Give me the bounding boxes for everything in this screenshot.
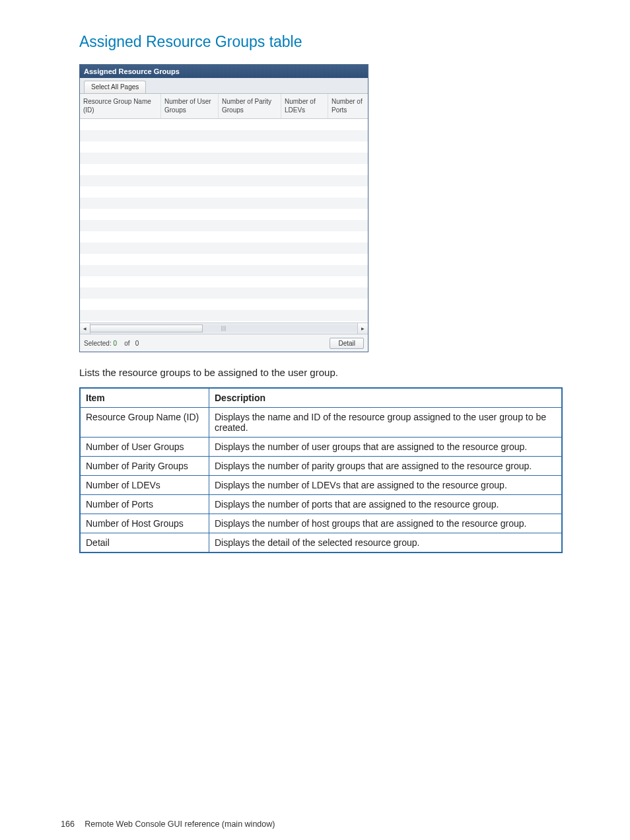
- table-row: [80, 130, 368, 141]
- column-headers: Resource Group Name (ID) Number of User …: [80, 94, 368, 119]
- scroll-thumb[interactable]: [90, 325, 203, 332]
- select-all-pages-button[interactable]: Select All Pages: [84, 81, 146, 93]
- table-row: [80, 231, 368, 243]
- cell-desc: Displays the number of ports that are as…: [209, 495, 563, 514]
- cell-item: Number of Parity Groups: [80, 457, 209, 476]
- table-row: Resource Group Name (ID) Displays the na…: [80, 408, 562, 438]
- table-row: [80, 265, 368, 276]
- table-row: Number of Host Groups Displays the numbe…: [80, 514, 562, 533]
- definition-table: Item Description Resource Group Name (ID…: [79, 387, 563, 553]
- panel-title-bar: Assigned Resource Groups: [80, 65, 368, 78]
- table-row: [80, 243, 368, 254]
- th-item: Item: [80, 388, 209, 408]
- table-row: [80, 175, 368, 186]
- cell-desc: Displays the number of LDEVs that are as…: [209, 476, 563, 495]
- scroll-left-icon[interactable]: ◂: [80, 323, 90, 334]
- cell-item: Number of User Groups: [80, 438, 209, 457]
- table-row: [80, 276, 368, 287]
- table-row: [80, 164, 368, 175]
- panel-title: Assigned Resource Groups: [84, 67, 180, 75]
- col-number-parity-groups[interactable]: Number of Parity Groups: [219, 94, 281, 118]
- table-row: Number of User Groups Displays the numbe…: [80, 438, 562, 457]
- col-resource-group-name[interactable]: Resource Group Name (ID): [80, 94, 161, 118]
- table-row: [80, 153, 368, 164]
- assigned-resource-groups-panel: Assigned Resource Groups Select All Page…: [79, 64, 368, 352]
- scroll-grip-icon: [221, 326, 227, 331]
- th-description: Description: [209, 388, 563, 408]
- cell-item: Number of LDEVs: [80, 476, 209, 495]
- panel-footer: Selected: 0 of 0 Detail: [80, 334, 368, 352]
- table-row: Number of Ports Displays the number of p…: [80, 495, 562, 514]
- table-row: [80, 310, 368, 321]
- section-title: Assigned Resource Groups table: [79, 33, 590, 51]
- cell-desc: Displays the number of user groups that …: [209, 438, 563, 457]
- cell-item: Detail: [80, 533, 209, 553]
- table-row: [80, 287, 368, 299]
- cell-item: Resource Group Name (ID): [80, 408, 209, 438]
- table-row: Number of Parity Groups Displays the num…: [80, 457, 562, 476]
- total-count: 0: [135, 340, 139, 347]
- of-label: of: [124, 340, 129, 347]
- scroll-right-icon[interactable]: ▸: [357, 323, 368, 334]
- cell-desc: Displays the number of host groups that …: [209, 514, 563, 533]
- cell-desc: Displays the name and ID of the resource…: [209, 408, 563, 438]
- selected-label: Selected:: [84, 340, 112, 347]
- cell-item: Number of Ports: [80, 495, 209, 514]
- table-row: [80, 198, 368, 209]
- selected-count: 0: [113, 340, 117, 347]
- col-number-ldevs[interactable]: Number of LDEVs: [281, 94, 328, 118]
- detail-button[interactable]: Detail: [330, 338, 364, 349]
- table-row: [80, 119, 368, 130]
- table-row: [80, 299, 368, 310]
- grid-body: [80, 119, 368, 323]
- cell-item: Number of Host Groups: [80, 514, 209, 533]
- selection-status: Selected: 0 of 0: [84, 340, 330, 347]
- table-row: Number of LDEVs Displays the number of L…: [80, 476, 562, 495]
- col-number-ports[interactable]: Number of Ports: [328, 94, 368, 118]
- cell-desc: Displays the number of parity groups tha…: [209, 457, 563, 476]
- tab-row: Select All Pages: [80, 78, 368, 94]
- col-number-user-groups[interactable]: Number of User Groups: [161, 94, 219, 118]
- table-row: [80, 254, 368, 265]
- scroll-track[interactable]: [90, 325, 358, 332]
- table-row: [80, 209, 368, 220]
- table-row: [80, 220, 368, 231]
- table-row: [80, 141, 368, 153]
- cell-desc: Displays the detail of the selected reso…: [209, 533, 563, 553]
- table-row: Detail Displays the detail of the select…: [80, 533, 562, 553]
- horizontal-scrollbar[interactable]: ◂ ▸: [80, 323, 368, 334]
- table-row: [80, 186, 368, 198]
- description-text: Lists the resource groups to be assigned…: [79, 367, 590, 378]
